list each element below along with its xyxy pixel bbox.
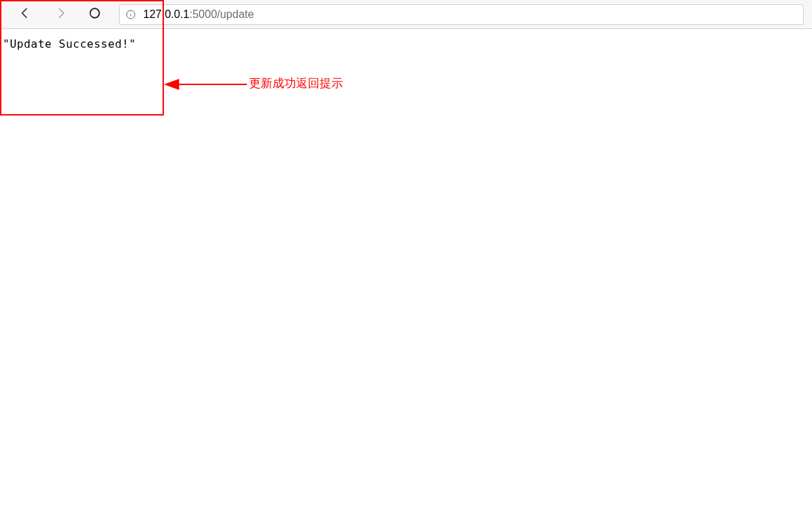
response-body-text: "Update Successed!" — [0, 29, 812, 56]
svg-point-0 — [90, 8, 99, 17]
forward-icon — [53, 6, 67, 23]
back-icon — [19, 6, 33, 23]
annotation-arrow — [164, 76, 250, 93]
browser-toolbar: 127.0.0.1:5000/update — [0, 0, 812, 29]
reload-icon — [88, 6, 102, 23]
page-viewport: "Update Successed!" 更新成功返回提示 — [0, 29, 812, 525]
reload-button[interactable] — [77, 0, 112, 29]
info-icon[interactable] — [125, 9, 136, 20]
address-bar[interactable]: 127.0.0.1:5000/update — [119, 4, 804, 25]
forward-button[interactable] — [43, 0, 77, 29]
url-path: :5000/update — [190, 8, 254, 20]
svg-marker-5 — [164, 79, 179, 90]
url-host: 127.0.0.1 — [143, 8, 190, 20]
url-display: 127.0.0.1:5000/update — [143, 8, 254, 21]
back-button[interactable] — [8, 0, 43, 29]
annotation-label: 更新成功返回提示 — [249, 75, 343, 91]
